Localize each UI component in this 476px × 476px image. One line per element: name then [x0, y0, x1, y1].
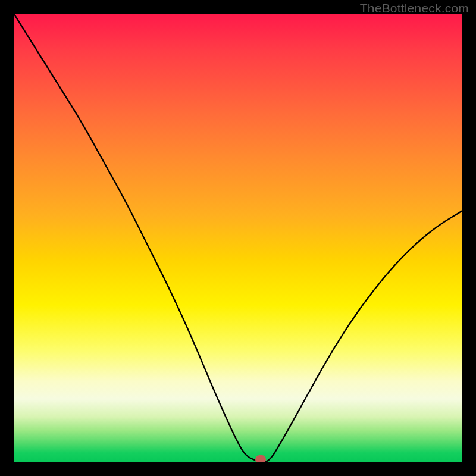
bottleneck-curve [14, 14, 462, 462]
watermark-label: TheBottleneck.com [360, 1, 469, 15]
plot-area [14, 14, 462, 462]
optimum-marker [255, 455, 266, 462]
curve-path [14, 14, 462, 462]
